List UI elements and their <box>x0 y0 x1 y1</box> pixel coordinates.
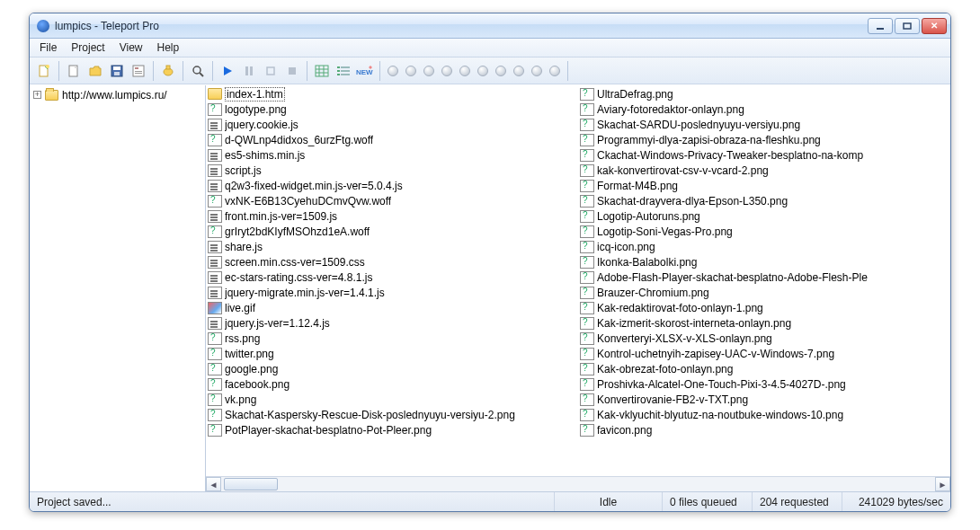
thread-indicator-8[interactable] <box>511 63 527 79</box>
thread-indicator-9[interactable] <box>529 63 545 79</box>
file-item[interactable]: jquery.js-ver=1.12.4.js <box>208 315 576 331</box>
file-item[interactable]: script.js <box>208 163 576 178</box>
file-item[interactable]: jquery.cookie.js <box>208 117 576 132</box>
file-item[interactable]: jquery-migrate.min.js-ver=1.4.1.js <box>208 285 576 300</box>
file-item[interactable]: Logotip-Autoruns.png <box>580 208 949 224</box>
file-item[interactable]: logotype.png <box>208 102 576 117</box>
file-item[interactable]: grIryt2bdKIyfMSOhzd1eA.woff <box>208 224 576 239</box>
menu-file[interactable]: File <box>33 40 63 55</box>
thread-indicator-2[interactable] <box>403 63 419 79</box>
file-item[interactable]: d-QWLnp4didxos_6urzFtg.woff <box>208 132 576 147</box>
file-item[interactable]: rss.png <box>208 331 576 346</box>
file-name: grIryt2bdKIyfMSOhzd1eA.woff <box>225 225 370 238</box>
file-item[interactable]: es5-shims.min.js <box>208 147 576 163</box>
file-item[interactable]: Brauzer-Chromium.png <box>580 285 949 300</box>
file-item[interactable]: Konverteryi-XLSX-v-XLS-onlayn.png <box>580 331 949 346</box>
tree-root-row[interactable]: + http://www.lumpics.ru/ <box>33 87 201 102</box>
file-item[interactable]: icq-icon.png <box>580 239 949 254</box>
view-list-button[interactable] <box>334 61 353 81</box>
file-item[interactable]: Skachat-drayvera-dlya-Epson-L350.png <box>580 193 949 208</box>
browser-button[interactable] <box>158 61 178 81</box>
file-item[interactable]: Kak-redaktirovat-foto-onlayn-1.png <box>580 300 949 315</box>
close-button[interactable]: ✕ <box>922 18 947 34</box>
menu-help[interactable]: Help <box>151 40 186 55</box>
thread-indicator-7[interactable] <box>493 63 509 79</box>
thread-indicator-10[interactable] <box>547 63 563 79</box>
save-button[interactable] <box>107 61 127 81</box>
file-item[interactable]: Format-M4B.png <box>580 178 949 193</box>
new-project-button[interactable] <box>34 61 54 81</box>
file-item[interactable]: Ikonka-Balabolki.png <box>580 254 949 269</box>
svg-rect-18 <box>245 66 248 75</box>
file-item[interactable]: share.js <box>208 239 576 254</box>
file-item[interactable]: Kak-izmerit-skorost-interneta-onlayn.png <box>580 315 949 331</box>
run-button[interactable] <box>218 61 237 81</box>
q-icon <box>580 180 594 192</box>
svg-point-3 <box>46 65 49 68</box>
find-button[interactable] <box>188 61 208 81</box>
file-item[interactable]: vk.png <box>208 392 576 407</box>
file-item[interactable]: favicon.png <box>580 422 949 437</box>
file-name: vk.png <box>225 393 256 406</box>
svg-rect-27 <box>337 66 340 68</box>
file-item[interactable]: Skachat-SARDU-poslednyuyu-versiyu.png <box>580 117 949 132</box>
new-file-button[interactable] <box>64 61 84 81</box>
minimize-button[interactable] <box>868 18 893 34</box>
file-item[interactable]: Konvertirovanie-FB2-v-TXT.png <box>580 392 949 407</box>
q-icon <box>580 225 594 238</box>
q-icon <box>580 149 594 162</box>
thread-indicator-3[interactable] <box>421 63 437 79</box>
file-item[interactable]: Kak-vklyuchit-blyutuz-na-noutbuke-window… <box>580 407 949 422</box>
file-item[interactable]: Kak-obrezat-foto-onlayn.png <box>580 361 949 376</box>
thread-indicator-1[interactable] <box>385 63 401 79</box>
thread-indicator-5[interactable] <box>457 63 473 79</box>
svg-rect-8 <box>114 72 120 75</box>
file-item[interactable]: Kontrol-uchetnyih-zapisey-UAC-v-Windows-… <box>580 346 949 361</box>
file-item[interactable]: Aviary-fotoredaktor-onlayn.png <box>580 102 949 117</box>
horizontal-scrollbar[interactable]: ◄ ► <box>206 476 950 491</box>
file-column-1[interactable]: index-1.htmlogotype.pngjquery.cookie.jsd… <box>206 85 578 476</box>
file-item[interactable]: vxNK-E6B13CyehuDCmvQvw.woff <box>208 193 576 208</box>
file-item[interactable]: UltraDefrag.png <box>580 86 949 102</box>
menu-view[interactable]: View <box>113 40 149 55</box>
menu-project[interactable]: Project <box>65 40 111 55</box>
scroll-right-button[interactable]: ► <box>935 477 950 491</box>
file-item[interactable]: google.png <box>208 361 576 376</box>
file-item[interactable]: index-1.htm <box>208 86 576 102</box>
file-item[interactable]: screen.min.css-ver=1509.css <box>208 254 576 269</box>
file-item[interactable]: kak-konvertirovat-csv-v-vcard-2.png <box>580 163 949 178</box>
scroll-thumb[interactable] <box>224 478 278 490</box>
pause-button[interactable] <box>239 61 259 81</box>
file-item[interactable]: ec-stars-rating.css-ver=4.8.1.js <box>208 269 576 285</box>
scroll-left-button[interactable]: ◄ <box>206 477 221 491</box>
q-icon <box>208 225 222 238</box>
file-column-2[interactable]: UltraDefrag.pngAviary-fotoredaktor-onlay… <box>578 85 950 476</box>
q-icon <box>208 409 222 421</box>
file-item[interactable]: PotPlayer-skachat-besplatno-Pot-Pleer.pn… <box>208 422 576 437</box>
tree-pane[interactable]: + http://www.lumpics.ru/ <box>30 85 206 491</box>
file-item[interactable]: Proshivka-Alcatel-One-Touch-Pixi-3-4.5-4… <box>580 376 949 392</box>
title-bar[interactable]: lumpics - Teleport Pro ✕ <box>30 13 950 39</box>
new-address-button[interactable]: NEW <box>355 61 375 81</box>
file-item[interactable]: q2w3-fixed-widget.min.js-ver=5.0.4.js <box>208 178 576 193</box>
file-item[interactable]: twitter.png <box>208 346 576 361</box>
file-item[interactable]: live.gif <box>208 300 576 315</box>
properties-button[interactable] <box>129 61 148 81</box>
file-item[interactable]: Ckachat-Windows-Privacy-Tweaker-besplatn… <box>580 147 949 163</box>
file-name: share.js <box>225 241 263 253</box>
stop-button[interactable] <box>261 61 281 81</box>
thread-indicator-6[interactable] <box>475 63 491 79</box>
expand-icon[interactable]: + <box>33 91 41 99</box>
q-icon <box>580 302 594 314</box>
file-item[interactable]: Adobe-Flash-Player-skachat-besplatno-Ado… <box>580 269 949 285</box>
file-item[interactable]: facebook.png <box>208 376 576 392</box>
file-item[interactable]: Skachat-Kaspersky-Rescue-Disk-poslednyuy… <box>208 407 576 422</box>
file-item[interactable]: Logotip-Soni-Vegas-Pro.png <box>580 224 949 239</box>
open-button[interactable] <box>85 61 105 81</box>
abort-button[interactable] <box>282 61 302 81</box>
view-large-button[interactable] <box>312 61 332 81</box>
file-item[interactable]: Programmyi-dlya-zapisi-obraza-na-fleshku… <box>580 132 949 147</box>
thread-indicator-4[interactable] <box>439 63 455 79</box>
maximize-button[interactable] <box>895 18 920 34</box>
file-item[interactable]: front.min.js-ver=1509.js <box>208 208 576 224</box>
